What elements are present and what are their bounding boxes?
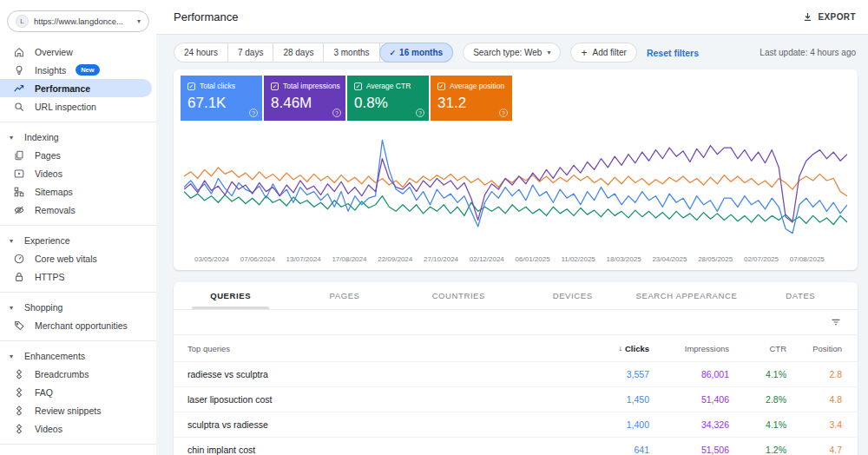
sidebar-entry-security-manual-actions[interactable]: ▸ Security & Manual Actions [0, 451, 156, 455]
sidebar-entry-label: Core web vitals [35, 254, 97, 264]
column-clicks[interactable]: ↓ Clicks [552, 344, 649, 353]
tab-devices[interactable]: DEVICES [516, 282, 629, 309]
sidebar-entry-enhancements[interactable]: ▾ Enhancements [0, 347, 156, 365]
clicks-cell: 1,400 [552, 419, 649, 430]
position-cell: 4.8 [786, 394, 842, 405]
add-filter-label: Add filter [592, 48, 626, 57]
query-cell: laser liposuction cost [187, 394, 552, 405]
sidebar-entry-pages[interactable]: Pages [0, 146, 156, 164]
export-button[interactable]: EXPORT [802, 11, 856, 23]
property-selector[interactable]: L https://www.langdonce... ▾ [7, 10, 149, 32]
add-filter-button[interactable]: + Add filter [570, 43, 636, 63]
x-axis-tick-label: 02/07/2025 [744, 255, 779, 263]
metric-label: Total clicks [200, 82, 235, 90]
metric-card-average-ctr[interactable]: ✓ Average CTR 0.8% ? [347, 76, 429, 121]
x-axis-tick-label: 17/08/2024 [332, 255, 366, 263]
export-label: EXPORT [818, 12, 856, 22]
checkbox-icon[interactable]: ✓ [271, 82, 279, 90]
last-update-text: Last update: 4 hours ago [760, 48, 856, 57]
reset-filters-link[interactable]: Reset filters [647, 48, 699, 58]
tab-countries[interactable]: COUNTRIES [402, 282, 516, 309]
sidebar-entry-videos[interactable]: Videos [0, 419, 156, 438]
sidebar-entry-merchant-opportunities[interactable]: Merchant opportunities [0, 316, 156, 334]
sidebar-entry-label: URL inspection [35, 102, 96, 112]
sidebar-entry-breadcrumbs[interactable]: Breadcrumbs [0, 365, 156, 383]
sidebar-entry-removals[interactable]: Removals [0, 201, 156, 219]
sidebar-entry-label: Enhancements [24, 351, 85, 361]
range-button-3-months[interactable]: 3 months [324, 43, 379, 62]
sidebar-entry-performance[interactable]: Performance [0, 79, 152, 97]
column-position[interactable]: Position [786, 344, 842, 353]
help-icon[interactable]: ? [332, 109, 341, 117]
sidebar-entry-insights[interactable]: Insights New [0, 61, 156, 79]
range-button-24-hours[interactable]: 24 hours [174, 43, 228, 62]
dimension-tabs: QUERIES PAGES COUNTRIES DEVICES [174, 282, 858, 310]
column-impressions[interactable]: Impressions [649, 344, 729, 353]
tab-search-appearance[interactable]: SEARCH APPEARANCE [629, 282, 743, 309]
x-axis-tick-label: 22/09/2024 [378, 255, 412, 263]
table-row-sculptra-vs-radiesse[interactable]: sculptra vs radiesse 1,400 34,326 4.1% 3… [174, 412, 858, 438]
sidebar-entry-label: Review snippets [35, 406, 101, 416]
table-header-row: Top queries ↓ Clicks Impressions CTR Pos… [174, 335, 858, 362]
help-icon[interactable]: ? [416, 109, 424, 117]
range-button-28-days[interactable]: 28 days [273, 43, 324, 62]
checkbox-icon[interactable]: ✓ [187, 82, 195, 90]
checkbox-icon[interactable]: ✓ [437, 82, 445, 90]
sidebar-entry-label: Breadcrumbs [35, 369, 89, 379]
metric-value: 8.46M [271, 95, 339, 112]
help-icon[interactable]: ? [249, 109, 258, 117]
query-cell: radiesse vs sculptra [187, 369, 552, 379]
search-type-label: Search type: Web [473, 48, 542, 57]
sidebar-entry-overview[interactable]: Overview [0, 43, 156, 61]
home-icon [13, 46, 25, 58]
metric-card-total-impressions[interactable]: ✓ Total impressions 8.46M ? [264, 76, 345, 121]
filter-list-icon[interactable] [830, 316, 842, 328]
sidebar-entry-url-inspection[interactable]: URL inspection [0, 97, 156, 115]
eyeoff-icon [13, 204, 25, 216]
chevron-down-icon: ▾ [137, 17, 141, 25]
sidebar-entry-shopping[interactable]: ▾ Shopping [0, 299, 156, 316]
sidebar-entry-label: Insights [35, 65, 66, 76]
tab-dates[interactable]: DATES [744, 282, 858, 309]
metric-card-total-clicks[interactable]: ✓ Total clicks 67.1K ? [181, 76, 262, 121]
help-icon[interactable]: ? [499, 109, 508, 117]
sidebar-entry-indexing[interactable]: ▾ Indexing [0, 129, 156, 146]
tab-queries[interactable]: QUERIES [174, 282, 287, 309]
metric-card-average-position[interactable]: ✓ Average position 31.2 ? [431, 76, 512, 121]
ctr-cell: 1.2% [729, 445, 786, 455]
sidebar-entry-experience[interactable]: ▾ Experience [0, 232, 156, 249]
range-label: 28 days [283, 48, 313, 57]
sidebar-entry-sitemaps[interactable]: Sitemaps [0, 182, 156, 201]
column-top-queries[interactable]: Top queries [187, 344, 552, 353]
search-type-dropdown[interactable]: Search type: Web ▾ [463, 43, 561, 63]
table-row-laser-liposuction-cost[interactable]: laser liposuction cost 1,450 51,406 2.8%… [174, 387, 858, 412]
sitemap-icon [13, 186, 25, 198]
plus-icon: + [581, 47, 587, 59]
range-button-16-months[interactable]: ✓ 16 months [380, 43, 453, 62]
sidebar-entry-https[interactable]: HTTPS [0, 267, 156, 286]
tab-pages[interactable]: PAGES [287, 282, 401, 309]
checkbox-icon[interactable]: ✓ [354, 82, 362, 90]
table-row-radiesse-vs-sculptra[interactable]: radiesse vs sculptra 3,557 86,001 4.1% 2… [174, 362, 858, 387]
search-icon [13, 101, 25, 113]
table-row-chin-implant-cost[interactable]: chin implant cost 641 51,506 1.2% 4.7 [174, 438, 858, 455]
sidebar-entry-core-web-vitals[interactable]: Core web vitals [0, 249, 156, 267]
range-button-7-days[interactable]: 7 days [228, 43, 273, 62]
ctr-cell: 4.1% [729, 419, 786, 430]
section-caret-icon: ▾ [10, 134, 16, 142]
sidebar-entry-label: Shopping [24, 302, 62, 313]
chart-icon [13, 82, 25, 95]
diamond-icon [13, 405, 25, 417]
sidebar-entry-label: Indexing [24, 132, 59, 142]
metric-value: 67.1K [187, 95, 255, 112]
sidebar-entry-label: Performance [35, 83, 90, 94]
column-ctr[interactable]: CTR [729, 344, 786, 353]
sidebar-entry-videos[interactable]: Videos [0, 164, 156, 182]
sidebar-divider [0, 292, 156, 293]
sidebar-entry-faq[interactable]: FAQ [0, 383, 156, 401]
tag-icon [13, 320, 25, 332]
diamond-icon [13, 386, 25, 399]
app-window: L https://www.langdonce... ▾ Overview In… [0, 0, 868, 455]
tab-label: DEVICES [553, 291, 593, 300]
sidebar-entry-review-snippets[interactable]: Review snippets [0, 401, 156, 419]
